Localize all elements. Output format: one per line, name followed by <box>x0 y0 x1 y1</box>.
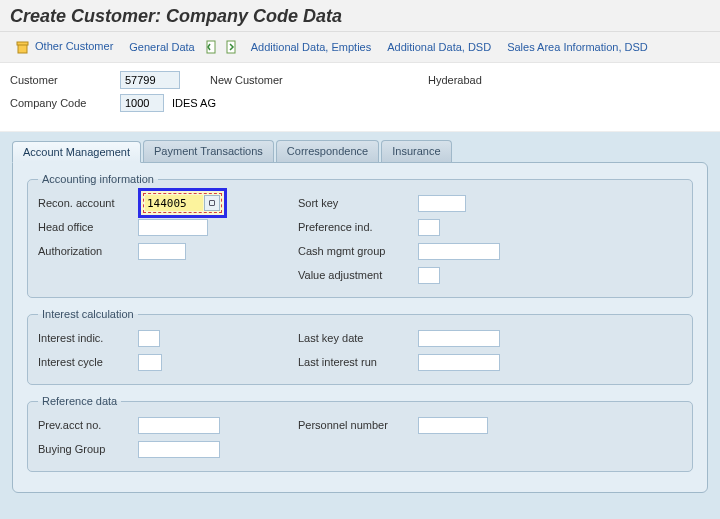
tab-content: Accounting information Recon. account So… <box>12 162 708 493</box>
interest-indic-label: Interest indic. <box>38 332 138 344</box>
recon-account-highlight <box>138 188 227 218</box>
interest-cycle-label: Interest cycle <box>38 356 138 368</box>
head-office-label: Head office <box>38 221 138 233</box>
authorization-label: Authorization <box>38 245 138 257</box>
accounting-information-group: Accounting information Recon. account So… <box>27 173 693 298</box>
tab-insurance[interactable]: Insurance <box>381 140 451 162</box>
doc-next-icon[interactable] <box>225 40 239 54</box>
last-interest-run-label: Last interest run <box>298 356 418 368</box>
cash-mgmt-group-label: Cash mgmt group <box>298 245 418 257</box>
customer-label: Customer <box>10 74 120 86</box>
buying-group-label: Buying Group <box>38 443 138 455</box>
company-code-name: IDES AG <box>172 97 216 109</box>
interest-calculation-group: Interest calculation Interest indic. Las… <box>27 308 693 385</box>
tab-correspondence[interactable]: Correspondence <box>276 140 379 162</box>
header-form: Customer New Customer Hyderabad Company … <box>0 63 720 132</box>
customer-input[interactable] <box>120 71 180 89</box>
preference-ind-label: Preference ind. <box>298 221 418 233</box>
tab-area: Account Management Payment Transactions … <box>0 132 720 519</box>
recon-account-input[interactable] <box>145 195 203 211</box>
page-title: Create Customer: Company Code Data <box>10 6 710 27</box>
recon-account-search-button[interactable] <box>204 195 220 211</box>
preference-ind-input[interactable] <box>418 219 440 236</box>
head-office-input[interactable] <box>138 219 208 236</box>
buying-group-input[interactable] <box>138 441 220 458</box>
personnel-number-input[interactable] <box>418 417 488 434</box>
value-adjustment-input[interactable] <box>418 267 440 284</box>
company-code-label: Company Code <box>10 97 120 109</box>
prev-acct-no-label: Prev.acct no. <box>38 419 138 431</box>
interest-cycle-input[interactable] <box>138 354 162 371</box>
doc-prev-icon[interactable] <box>205 40 219 54</box>
company-code-input[interactable] <box>120 94 164 112</box>
customer-icon <box>16 40 30 54</box>
other-customer-button[interactable]: Other Customer <box>10 38 119 56</box>
sales-area-info-dsd-button[interactable]: Sales Area Information, DSD <box>501 39 654 55</box>
cash-mgmt-group-input[interactable] <box>418 243 500 260</box>
toolbar: Other Customer General Data Additional D… <box>0 32 720 63</box>
recon-account-label: Recon. account <box>38 197 138 209</box>
general-data-button[interactable]: General Data <box>123 39 200 55</box>
last-key-date-label: Last key date <box>298 332 418 344</box>
prev-acct-no-input[interactable] <box>138 417 220 434</box>
last-key-date-input[interactable] <box>418 330 500 347</box>
personnel-number-label: Personnel number <box>298 419 418 431</box>
tab-payment-transactions[interactable]: Payment Transactions <box>143 140 274 162</box>
interest-calculation-legend: Interest calculation <box>38 308 138 320</box>
sort-key-input[interactable] <box>418 195 466 212</box>
reference-data-legend: Reference data <box>38 395 121 407</box>
customer-city: Hyderabad <box>428 74 482 86</box>
sort-key-label: Sort key <box>298 197 418 209</box>
other-customer-label: Other Customer <box>35 40 113 52</box>
tabs: Account Management Payment Transactions … <box>12 132 708 162</box>
reference-data-group: Reference data Prev.acct no. Personnel n… <box>27 395 693 472</box>
title-bar: Create Customer: Company Code Data <box>0 0 720 32</box>
customer-name: New Customer <box>210 74 410 86</box>
interest-indic-input[interactable] <box>138 330 160 347</box>
last-interest-run-input[interactable] <box>418 354 500 371</box>
value-adjustment-label: Value adjustment <box>298 269 418 281</box>
search-help-icon <box>209 200 215 206</box>
additional-data-empties-button[interactable]: Additional Data, Empties <box>245 39 377 55</box>
additional-data-dsd-button[interactable]: Additional Data, DSD <box>381 39 497 55</box>
tab-account-management[interactable]: Account Management <box>12 141 141 163</box>
accounting-information-legend: Accounting information <box>38 173 158 185</box>
authorization-input[interactable] <box>138 243 186 260</box>
svg-rect-1 <box>17 42 28 45</box>
